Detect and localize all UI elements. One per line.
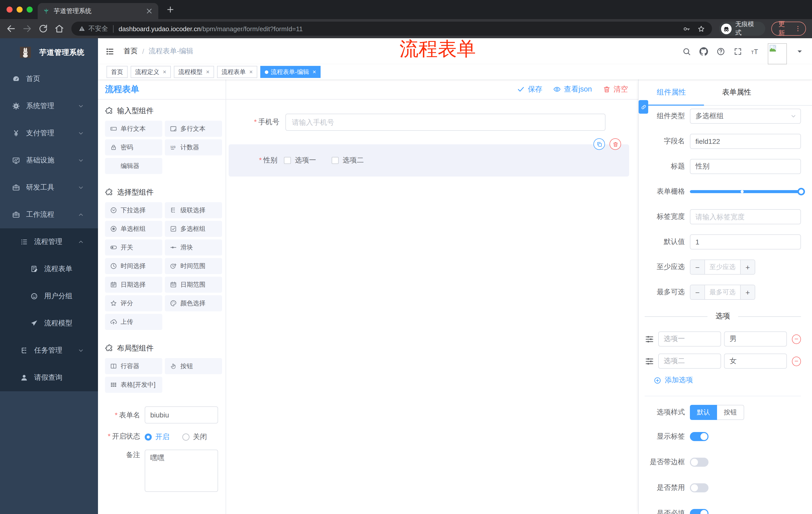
component-计数器[interactable]: 123计数器 <box>165 139 222 155</box>
field-name-input[interactable] <box>690 134 801 149</box>
help-icon[interactable] <box>717 47 725 56</box>
component-按钮[interactable]: 按钮 <box>165 358 222 374</box>
save-button[interactable]: 保存 <box>517 84 543 94</box>
close-window-button[interactable] <box>6 6 12 12</box>
remark-textarea[interactable]: 嘿嘿 <box>145 450 218 492</box>
avatar[interactable] <box>768 43 787 64</box>
status-radio-开启[interactable]: 开启 <box>145 433 169 441</box>
component-单选框组[interactable]: 单选框组 <box>105 221 162 237</box>
toggle-是否禁用[interactable] <box>690 483 708 492</box>
sidebar-item-支付管理[interactable]: 支付管理 <box>0 120 98 147</box>
component-日期范围[interactable]: 日期范围 <box>165 277 222 293</box>
tab-close-icon[interactable] <box>145 7 153 15</box>
new-tab-icon[interactable] <box>166 5 175 14</box>
component-表格[开发中][interactable]: 表格[开发中] <box>105 377 162 393</box>
status-radio-关闭[interactable]: 关闭 <box>182 433 207 441</box>
search-icon[interactable] <box>683 47 691 56</box>
browser-menu-dots-icon[interactable] <box>794 25 802 32</box>
tab-component-props[interactable]: 组件属性 <box>639 79 704 105</box>
default-value-input[interactable] <box>690 234 801 249</box>
phone-input[interactable] <box>285 114 606 131</box>
slider-handle[interactable] <box>798 188 805 195</box>
expand-icon[interactable] <box>734 47 742 56</box>
max-select-placeholder[interactable]: 最多可选 <box>705 285 740 299</box>
toggle-是否必填[interactable] <box>690 509 708 514</box>
tag-close-icon[interactable]: × <box>249 69 253 75</box>
component-时间选择[interactable]: 时间选择 <box>105 258 162 274</box>
remove-option-button[interactable] <box>792 334 801 344</box>
component-级联选择[interactable]: 级联选择 <box>165 202 222 218</box>
tag-流程表单-编辑[interactable]: 流程表单-编辑× <box>260 66 321 78</box>
macos-traffic-lights[interactable] <box>6 6 33 12</box>
password-key-icon[interactable] <box>683 25 691 32</box>
bookmark-star-icon[interactable] <box>698 25 705 32</box>
component-日期选择[interactable]: 日期选择 <box>105 277 162 293</box>
tag-流程模型[interactable]: 流程模型× <box>174 66 214 78</box>
sidebar-item-流程模型[interactable]: 流程模型 <box>0 310 98 337</box>
remove-option-button[interactable] <box>792 356 801 366</box>
option-value-input[interactable] <box>724 354 787 369</box>
back-icon[interactable] <box>6 24 16 34</box>
home-icon[interactable] <box>54 24 64 34</box>
sidebar-logo[interactable]: 芋道管理系统 <box>0 40 98 64</box>
option-label-input[interactable] <box>658 331 721 347</box>
plus-button[interactable]: + <box>740 260 755 274</box>
toggle-是否带边框[interactable] <box>690 458 708 467</box>
checkbox-option-选项二[interactable]: 选项二 <box>331 156 364 165</box>
bind-link-tab[interactable] <box>639 100 648 114</box>
tag-close-icon[interactable]: × <box>313 69 316 75</box>
component-滑块[interactable]: 滑块 <box>165 239 222 255</box>
sidebar-item-首页[interactable]: 首页 <box>0 65 98 92</box>
component-下拉选择[interactable]: 下拉选择 <box>105 202 162 218</box>
minimize-window-button[interactable] <box>17 6 23 12</box>
address-bar[interactable]: 不安全 dashboard.yudao.iocoder.cn/bpm/manag… <box>71 22 712 36</box>
component-单行文本[interactable]: 单行文本 <box>105 121 162 137</box>
component-多选框组[interactable]: 多选框组 <box>165 221 222 237</box>
avatar-caret-icon[interactable] <box>795 47 804 56</box>
component-上传[interactable]: 上传 <box>105 314 162 330</box>
tag-流程表单[interactable]: 流程表单× <box>217 66 257 78</box>
zoom-window-button[interactable] <box>27 6 33 12</box>
title-input[interactable] <box>690 159 801 174</box>
security-warning-icon[interactable] <box>78 25 85 32</box>
sidebar-item-任务管理[interactable]: 任务管理 <box>0 337 98 364</box>
forward-icon[interactable] <box>22 24 32 34</box>
collapse-menu-icon[interactable] <box>105 47 115 56</box>
reload-icon[interactable] <box>38 24 48 34</box>
sidebar-item-用户分组[interactable]: 用户分组 <box>0 283 98 310</box>
view-json-button[interactable]: 查看json <box>553 84 592 94</box>
component-多行文本[interactable]: 多行文本 <box>165 121 222 137</box>
update-button[interactable]: 更新 <box>771 22 806 36</box>
sidebar-item-工作流程[interactable]: 工作流程 <box>0 201 98 228</box>
browser-tab[interactable]: 芋道管理系统 <box>38 3 158 19</box>
style-default-button[interactable]: 默认 <box>690 405 717 420</box>
component-编辑器[interactable]: 编辑器 <box>105 158 162 174</box>
component-开关[interactable]: 开关 <box>105 239 162 255</box>
sidebar-item-研发工具[interactable]: 研发工具 <box>0 174 98 201</box>
sidebar-item-请假查询[interactable]: 请假查询 <box>0 364 98 391</box>
tab-form-props[interactable]: 表单属性 <box>704 79 769 105</box>
font-size-icon[interactable]: TT <box>751 47 759 56</box>
tag-流程定义[interactable]: 流程定义× <box>130 66 171 78</box>
plus-button[interactable]: + <box>740 285 755 299</box>
grid-slider[interactable] <box>690 184 801 199</box>
option-label-input[interactable] <box>658 354 721 369</box>
component-时间范围[interactable]: 时间范围 <box>165 258 222 274</box>
minus-button[interactable]: − <box>690 260 705 274</box>
add-option-button[interactable]: 添加选项 <box>654 376 801 385</box>
duplicate-component-button[interactable] <box>593 138 605 150</box>
delete-component-button[interactable] <box>609 138 621 150</box>
tag-close-icon[interactable]: × <box>163 69 166 75</box>
sidebar-item-系统管理[interactable]: 系统管理 <box>0 92 98 120</box>
component-行容器[interactable]: 行容器 <box>105 358 162 374</box>
sidebar-item-流程表单[interactable]: 流程表单 <box>0 255 98 283</box>
style-button-button[interactable]: 按钮 <box>717 405 744 420</box>
breadcrumb-root[interactable]: 首页 <box>124 47 138 56</box>
tag-close-icon[interactable]: × <box>206 69 209 75</box>
sidebar-item-基础设施[interactable]: 基础设施 <box>0 147 98 174</box>
phone-field-row[interactable]: 手机号 <box>226 114 638 131</box>
component-评分[interactable]: 评分 <box>105 295 162 311</box>
checkbox-option-选项一[interactable]: 选项一 <box>284 156 316 165</box>
tag-首页[interactable]: 首页 <box>107 66 127 78</box>
gender-field-block-selected[interactable]: 性别 选项一选项二 <box>229 144 629 177</box>
